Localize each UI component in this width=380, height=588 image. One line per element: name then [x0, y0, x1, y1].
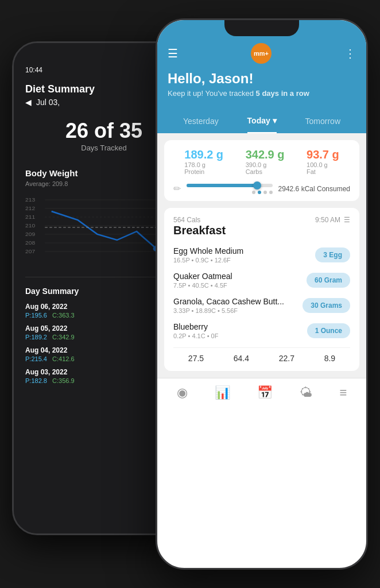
total-val-3: 22.7 — [279, 354, 294, 363]
meal-item-badge[interactable]: 3 Egg — [315, 247, 350, 262]
greeting-text: Hello, Jason! — [168, 71, 356, 87]
back-carbs: C:342.9 — [52, 334, 75, 341]
day-nav: Yesterday Today ▾ Tomorrow — [157, 108, 366, 133]
svg-text:213: 213 — [25, 197, 35, 203]
meal-item-name: Egg Whole Medium — [173, 246, 243, 256]
nav-weather[interactable]: 🌤 — [300, 385, 312, 400]
front-content: 189.2 g 178.0 g Protein 342.9 g 390.0 g … — [157, 133, 366, 378]
meal-time: 9:50 AM ☰ — [315, 216, 350, 224]
back-carbs: C:363.3 — [52, 312, 75, 319]
back-date: Jul 03, — [36, 98, 60, 107]
cal-bar — [187, 184, 273, 194]
svg-text:208: 208 — [25, 240, 35, 246]
fat-goal: 100.0 g — [307, 161, 339, 168]
carbs-value: 342.9 g — [246, 148, 285, 161]
nav-today[interactable]: Today ▾ — [247, 116, 277, 133]
app-logo: mm+ — [251, 43, 272, 64]
diary-icon: 📅 — [257, 385, 273, 400]
protein-value: 189.2 g — [184, 148, 223, 161]
front-header-top: ☰ mm+ ⋮ — [168, 43, 356, 64]
meal-item-info: Quaker Oatmeal 7.5P • 40.5C • 4.5F — [173, 272, 232, 289]
total-val-2: 64.4 — [234, 354, 249, 363]
total-val-1: 27.5 — [188, 354, 204, 363]
meal-item-name: Blueberry — [173, 322, 218, 331]
meal-title: Breakfast — [173, 224, 226, 237]
meal-item-info: Blueberry 0.2P • 4.1C • 0F — [173, 322, 218, 339]
front-notch — [224, 20, 299, 36]
cal-dot-1 — [252, 191, 255, 194]
meal-item-name: Granola, Cacao Cashew Butt... — [173, 297, 284, 306]
meal-item-macros: 3.33P • 18.89C • 5.56F — [173, 307, 284, 314]
back-protein: P:182.8 — [25, 377, 47, 384]
menu-icon[interactable]: ☰ — [168, 47, 178, 60]
nav-stats[interactable]: 📊 — [215, 385, 230, 400]
svg-text:211: 211 — [25, 214, 35, 220]
meal-item-macros: 16.5P • 0.9C • 12.6F — [173, 257, 243, 264]
fat-value: 93.7 g — [307, 148, 339, 161]
meal-item[interactable]: Egg Whole Medium 16.5P • 0.9C • 12.6F 3 … — [173, 246, 350, 264]
calories-row: ✏ — [173, 183, 350, 194]
cal-dots — [187, 191, 273, 194]
nav-tomorrow[interactable]: Tomorrow — [305, 117, 340, 133]
svg-text:210: 210 — [25, 223, 35, 229]
nav-settings[interactable]: ≡ — [339, 385, 347, 400]
meal-totals: 27.5 64.4 22.7 8.9 — [173, 347, 350, 363]
settings-icon-front: ≡ — [339, 385, 347, 400]
protein-label: Protein — [184, 168, 223, 175]
carbs-goal: 390.0 g — [246, 161, 285, 168]
stats-icon: 📊 — [215, 385, 230, 400]
edit-icon[interactable]: ✏ — [173, 183, 181, 194]
meal-header: 564 Cals Breakfast 9:50 AM ☰ — [173, 216, 350, 245]
protein-macro: 189.2 g 178.0 g Protein — [184, 148, 223, 175]
svg-text:209: 209 — [25, 231, 35, 237]
meal-items: Egg Whole Medium 16.5P • 0.9C • 12.6F 3 … — [173, 246, 350, 339]
cal-bar-fill — [187, 184, 257, 187]
back-protein: P:215.4 — [25, 355, 47, 362]
back-prev-icon[interactable]: ◀ — [25, 98, 32, 107]
cal-dot-4 — [269, 191, 273, 194]
more-options-icon[interactable]: ⋮ — [344, 47, 356, 60]
cal-text: 2942.6 kCal Consumed — [278, 185, 350, 193]
meal-item[interactable]: Quaker Oatmeal 7.5P • 40.5C • 4.5F 60 Gr… — [173, 272, 350, 289]
back-time: 10:44 — [25, 66, 42, 74]
meal-cals: 564 Cals — [173, 216, 226, 224]
home-icon: ◉ — [177, 385, 188, 400]
meal-item[interactable]: Blueberry 0.2P • 4.1C • 0F 1 Ounce — [173, 322, 350, 339]
back-carbs: C:412.6 — [52, 355, 75, 362]
cal-bar-track — [187, 184, 273, 187]
front-header: ☰ mm+ ⋮ Hello, Jason! Keep it up! You've… — [157, 36, 366, 108]
front-phone: ☰ mm+ ⋮ Hello, Jason! Keep it up! You've… — [156, 18, 368, 570]
nav-diary[interactable]: 📅 — [257, 385, 273, 400]
back-carbs: C:356.9 — [52, 377, 75, 384]
meal-list-icon[interactable]: ☰ — [344, 216, 350, 224]
meal-item-macros: 7.5P • 40.5C • 4.5F — [173, 282, 232, 289]
cal-bar-thumb — [253, 181, 261, 189]
cal-dot-3 — [263, 191, 267, 194]
meal-item-macros: 0.2P • 4.1C • 0F — [173, 332, 218, 339]
front-notch-area: ☰ mm+ ⋮ Hello, Jason! Keep it up! You've… — [157, 20, 366, 133]
protein-goal: 178.0 g — [184, 161, 223, 168]
fat-label: Fat — [307, 168, 339, 175]
svg-text:212: 212 — [25, 206, 35, 211]
total-val-4: 8.9 — [324, 354, 335, 363]
meal-item-badge[interactable]: 1 Ounce — [307, 323, 350, 338]
meal-item[interactable]: Granola, Cacao Cashew Butt... 3.33P • 18… — [173, 297, 350, 314]
fat-macro: 93.7 g 100.0 g Fat — [307, 148, 339, 175]
meal-item-badge[interactable]: 30 Grams — [303, 298, 350, 313]
back-protein: P:195.6 — [25, 312, 47, 319]
nav-yesterday[interactable]: Yesterday — [183, 117, 219, 133]
bottom-nav: ◉ 📊 📅 🌤 ≡ — [157, 378, 366, 412]
macros-card: 189.2 g 178.0 g Protein 342.9 g 390.0 g … — [164, 140, 359, 201]
meal-item-info: Egg Whole Medium 16.5P • 0.9C • 12.6F — [173, 246, 243, 264]
meal-item-badge[interactable]: 60 Gram — [307, 273, 350, 288]
cal-dot-2 — [258, 191, 261, 194]
subtitle-text: Keep it up! You've tracked 5 days in a r… — [168, 89, 356, 98]
meal-item-info: Granola, Cacao Cashew Butt... 3.33P • 18… — [173, 297, 284, 314]
carbs-macro: 342.9 g 390.0 g Carbs — [246, 148, 285, 175]
nav-home[interactable]: ◉ — [177, 385, 188, 400]
carbs-label: Carbs — [246, 168, 285, 175]
weather-icon: 🌤 — [300, 385, 312, 400]
svg-text:207: 207 — [25, 249, 35, 254]
breakfast-card: 564 Cals Breakfast 9:50 AM ☰ Egg Whole M… — [164, 208, 359, 371]
back-protein: P:189.2 — [25, 334, 47, 341]
